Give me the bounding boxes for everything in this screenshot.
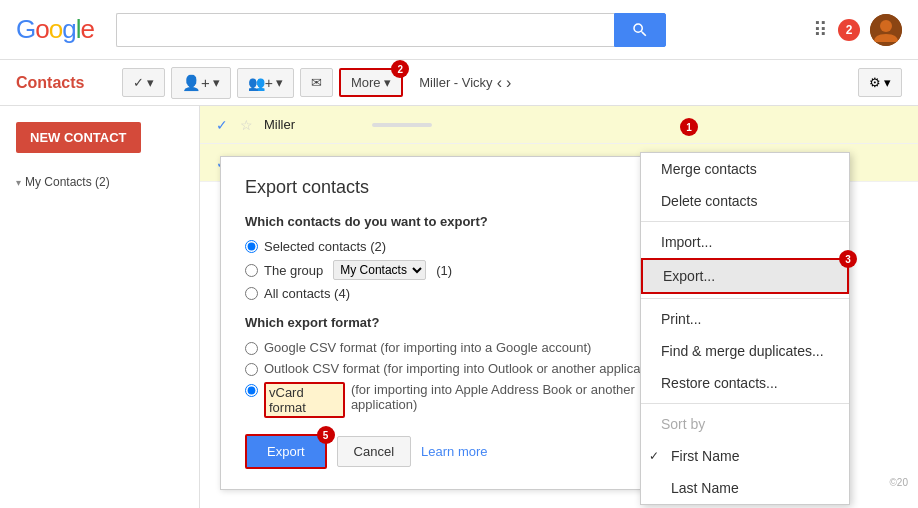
contact-email-miller: [372, 123, 432, 127]
search-button[interactable]: [614, 13, 666, 47]
cancel-button[interactable]: Cancel: [337, 436, 411, 467]
menu-export[interactable]: Export... 3: [641, 258, 849, 294]
menu-last-name[interactable]: ✓ Last Name: [641, 472, 849, 504]
all-contacts-label: All contacts (4): [264, 286, 350, 301]
check-dropdown-button[interactable]: ✓ ▾: [122, 68, 165, 97]
add-group-icon: 👥+: [248, 75, 273, 91]
name-range-text: Miller - Vicky: [419, 75, 492, 90]
menu-find-merge[interactable]: Find & merge duplicates...: [641, 335, 849, 367]
which-contacts-label: Which contacts do you want to export?: [245, 214, 685, 229]
first-name-check: ✓: [649, 449, 665, 463]
radio-google-csv[interactable]: [245, 342, 258, 355]
search-icon: [631, 21, 649, 39]
radio-selected-contacts[interactable]: [245, 240, 258, 253]
email-icon: ✉: [311, 75, 322, 90]
toolbar: Contacts ✓ ▾ 👤+ ▾ 👥+ ▾ ✉ More ▾ 2 Miller…: [0, 60, 918, 106]
arrow-icon: ▾: [16, 177, 21, 188]
dialog-actions: Export 5 Cancel Learn more: [245, 434, 685, 469]
radio-all-contacts[interactable]: [245, 287, 258, 300]
first-name-label: First Name: [671, 448, 739, 464]
grid-icon[interactable]: ⠿: [813, 18, 828, 42]
add-person-button[interactable]: 👤+ ▾: [171, 67, 231, 99]
header: Google ⠿ 2: [0, 0, 918, 60]
content: NEW CONTACT ▾ My Contacts (2) ✓ ☆ Miller…: [0, 106, 918, 508]
radio-outlook-csv[interactable]: [245, 363, 258, 376]
name-range: Miller - Vicky ‹ ›: [419, 74, 511, 92]
which-format-label: Which export format?: [245, 315, 685, 330]
search-bar: [116, 13, 666, 47]
google-logo: Google: [16, 14, 94, 45]
dropdown-menu: Merge contacts Delete contacts Import...…: [640, 152, 850, 505]
dialog-title: Export contacts: [245, 177, 685, 198]
the-group-label: The group: [264, 263, 323, 278]
avatar-image: [870, 14, 902, 46]
contact-row-miller: ✓ ☆ Miller 1: [200, 106, 918, 144]
step-2-badge: 2: [391, 60, 409, 78]
header-right: ⠿ 2: [813, 14, 902, 46]
gear-icon: ⚙: [869, 75, 881, 90]
vcard-label-rest: (for importing into Apple Address Book o…: [351, 382, 685, 412]
new-contact-button[interactable]: NEW CONTACT: [16, 122, 141, 153]
selected-contacts-label: Selected contacts (2): [264, 239, 386, 254]
section-gap: Which export format?: [245, 315, 685, 330]
export-button[interactable]: Export 5: [245, 434, 327, 469]
add-group-button[interactable]: 👥+ ▾: [237, 68, 294, 98]
check-miller[interactable]: ✓: [216, 117, 232, 133]
my-contacts-item[interactable]: ▾ My Contacts (2): [0, 169, 199, 195]
google-csv-label: Google CSV format (for importing into a …: [264, 340, 591, 355]
export-dialog: Export contacts Which contacts do you wa…: [220, 156, 710, 490]
format-outlook-csv: Outlook CSV format (for importing into O…: [245, 361, 685, 376]
format-google-csv: Google CSV format (for importing into a …: [245, 340, 685, 355]
svg-point-1: [880, 20, 892, 32]
check-dropdown-arrow: ▾: [147, 75, 154, 90]
menu-print[interactable]: Print...: [641, 303, 849, 335]
radio-vcard[interactable]: [245, 384, 258, 397]
option-group: The group My Contacts (1): [245, 260, 685, 280]
group-count: (1): [436, 263, 452, 278]
dropdown-divider-3: [641, 403, 849, 404]
next-icon[interactable]: ›: [506, 74, 511, 92]
menu-export-label: Export...: [663, 268, 715, 284]
gear-button[interactable]: ⚙ ▾: [858, 68, 902, 97]
star-miller[interactable]: ☆: [240, 117, 256, 133]
check-icon: ✓: [133, 75, 144, 90]
email-button[interactable]: ✉: [300, 68, 333, 97]
step-5-badge: 5: [317, 426, 335, 444]
search-input[interactable]: [116, 13, 614, 47]
avatar[interactable]: [870, 14, 902, 46]
dropdown-divider-2: [641, 298, 849, 299]
menu-sort-by: Sort by: [641, 408, 849, 440]
contacts-label: Contacts: [16, 74, 96, 92]
group-select-wrapper: My Contacts: [333, 260, 426, 280]
contact-name-miller: Miller: [264, 117, 364, 132]
sidebar: NEW CONTACT ▾ My Contacts (2): [0, 106, 200, 508]
my-contacts-label: My Contacts (2): [25, 175, 110, 189]
add-group-arrow: ▾: [276, 75, 283, 90]
main-area: ✓ ☆ Miller 1 ✓ ☆ Vicky Carter Merge cont…: [200, 106, 918, 508]
notification-badge[interactable]: 2: [838, 19, 860, 41]
more-label: More ▾: [351, 75, 391, 90]
menu-first-name[interactable]: ✓ First Name: [641, 440, 849, 472]
export-btn-label: Export: [267, 444, 305, 459]
last-name-label: Last Name: [671, 480, 739, 496]
menu-restore[interactable]: Restore contacts...: [641, 367, 849, 399]
more-button[interactable]: More ▾ 2: [339, 68, 403, 97]
copyright: ©20: [890, 477, 909, 488]
option-all-contacts: All contacts (4): [245, 286, 685, 301]
step-3-badge: 3: [839, 250, 857, 268]
radio-group-contacts[interactable]: [245, 264, 258, 277]
group-dropdown[interactable]: My Contacts: [333, 260, 426, 280]
dropdown-divider-1: [641, 221, 849, 222]
menu-delete-contacts[interactable]: Delete contacts: [641, 185, 849, 217]
learn-more-link[interactable]: Learn more: [421, 444, 487, 459]
option-selected-contacts: Selected contacts (2): [245, 239, 685, 254]
gear-arrow: ▾: [884, 75, 891, 90]
menu-merge-contacts[interactable]: Merge contacts: [641, 153, 849, 185]
prev-icon[interactable]: ‹: [497, 74, 502, 92]
format-vcard: vCard format (for importing into Apple A…: [245, 382, 685, 418]
add-person-icon: 👤+: [182, 74, 210, 92]
menu-import[interactable]: Import...: [641, 226, 849, 258]
add-person-arrow: ▾: [213, 75, 220, 90]
step-1-badge: 1: [680, 118, 698, 136]
outlook-csv-label: Outlook CSV format (for importing into O…: [264, 361, 666, 376]
